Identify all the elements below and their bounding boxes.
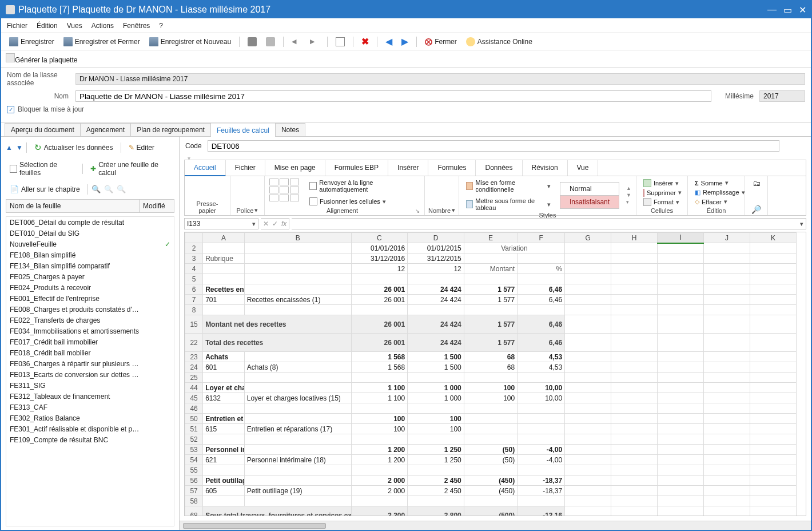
list-item[interactable]: FE025_Charges à payer [6,271,174,282]
ribbon-tab[interactable]: Données [476,160,522,176]
save-new-button[interactable]: Enregistrer et Nouveau [146,36,234,47]
table-row[interactable]: 8 [185,305,797,315]
styles-scroll-up-icon[interactable]: ▲ [626,185,631,191]
nombre-dropdown-icon[interactable] [452,207,455,214]
menu-edition[interactable]: Édition [37,22,58,30]
name-box[interactable]: I133 [184,218,258,229]
list-item[interactable]: FE018_Crédit bail mobilier [6,347,174,358]
delete-button[interactable]: ✖ [358,35,372,48]
delete-row-button[interactable]: Supprimer [641,188,683,197]
list-item[interactable]: FE008_Charges et produits constatés d'a… [6,304,174,315]
generate-button[interactable]: Générer la plaquette [6,53,77,64]
horizontal-scrollbar[interactable] [180,521,811,530]
merge-dropdown-icon[interactable] [383,198,386,205]
list-item[interactable]: DET010_Détail du SIG [6,228,174,239]
select-all-cell[interactable] [185,233,203,243]
format-as-table-button[interactable]: Mettre sous forme de tableau [464,197,553,212]
nav-next-button[interactable]: ▶ [398,35,412,48]
undo-button[interactable] [288,36,304,47]
formula-bar[interactable] [292,218,806,229]
insert-button[interactable]: Insérer [641,179,683,188]
conditional-format-button[interactable]: Mise en forme conditionnelle [464,179,553,193]
col-header[interactable]: B [244,233,351,243]
style-normal[interactable]: Normal [560,183,619,196]
col-header[interactable]: D [408,233,464,243]
col-header[interactable]: K [750,233,797,243]
zoom-fit-icon[interactable] [117,185,126,193]
save-button[interactable]: Enregistrer [6,36,58,47]
align-dialog-icon[interactable]: ↘ [415,208,420,214]
list-item[interactable]: FE108_Bilan simplifié [6,249,174,260]
zoom-out-icon[interactable] [104,185,113,193]
list-item[interactable]: FE302_Ratios Balance [6,413,174,423]
goto-chapter-button[interactable]: Aller sur le chapitre [6,183,84,196]
col-modified[interactable]: Modifié [140,200,174,212]
table-row[interactable]: 46 [185,403,797,414]
wrap-text-button[interactable]: Renvoyer à la ligne automatiquement [307,179,420,193]
move-down-icon[interactable] [16,144,23,152]
col-header[interactable]: H [611,233,658,243]
list-item[interactable]: FE034_Immobilisations et amortissements [6,326,174,336]
spreadsheet[interactable]: ABCDEFGHIJK201/01/201601/01/2015Variatio… [184,232,806,516]
col-header[interactable]: G [565,233,611,243]
col-header[interactable]: C [351,233,408,243]
clear-button[interactable]: ◇Effacer [692,197,740,206]
print-preview-button[interactable] [262,36,278,47]
col-header[interactable]: A [203,233,245,243]
save-close-button[interactable]: Enregistrer et Fermer [60,36,144,47]
namebox-dropdown-icon[interactable] [252,220,256,228]
copy-button[interactable] [332,36,348,47]
list-item[interactable]: FE001_Effectif de l'entreprise [6,293,174,304]
menu-actions[interactable]: Actions [91,22,114,30]
cell-styles-gallery[interactable]: Normal Insatisfaisant [560,182,619,209]
list-item[interactable]: NouvelleFeuille✓ [6,239,174,249]
tab-notes[interactable]: Notes [275,123,305,136]
table-row[interactable]: 58 [185,496,797,506]
table-row[interactable]: 51615Entretien et réparations (17)100100 [185,424,797,434]
close-doc-button[interactable]: ⨂Fermer [421,36,460,47]
table-row[interactable]: 6Recettes encaissées26 00124 4241 5776,4… [185,284,797,295]
list-item[interactable]: FE313_CAF [6,402,174,413]
list-item[interactable]: FE311_SIG [6,380,174,391]
splitter-handle[interactable]: ▾ [180,155,811,160]
table-row[interactable]: 55 [185,465,797,475]
minimize-icon[interactable]: — [767,5,777,15]
ribbon-tab[interactable]: Révision [523,160,568,176]
table-row[interactable]: 54621Personnel intérimaire (18)1 2001 25… [185,455,797,465]
lock-checkbox[interactable]: ✓ [7,106,14,113]
list-item[interactable]: FE013_Ecarts de conversion sur dettes et… [6,369,174,380]
list-item[interactable]: FE036_Charges à répartir sur plusieurs e… [6,358,174,369]
redo-button[interactable] [307,36,323,47]
police-dropdown-icon[interactable] [254,207,258,214]
menu-vues[interactable]: Vues [67,22,82,30]
ribbon-tab[interactable]: Mise en page [265,160,325,176]
create-sheet-button[interactable]: Créer une feuille de calcul [86,158,174,179]
select-sheets-button[interactable]: Sélection de feuilles [6,158,79,179]
style-bad[interactable]: Insatisfaisant [560,196,619,208]
assistance-button[interactable]: Assistance Online [463,36,536,47]
maximize-icon[interactable]: ▭ [783,5,792,15]
code-input[interactable] [208,140,779,152]
refresh-button[interactable]: Actualiser les données [30,140,117,155]
table-row[interactable]: 7701Recettes encaissées (1)26 00124 4241… [185,295,797,305]
fx-icon[interactable]: fx [281,220,286,228]
col-header[interactable]: J [704,233,750,243]
close-icon[interactable]: ✕ [799,5,806,15]
table-row[interactable]: 56Petit outillage2 0002 450(450)-18,37 [185,475,797,486]
ribbon-tab[interactable]: Insérer [388,160,428,176]
move-up-icon[interactable] [6,144,13,152]
col-header[interactable]: F [518,233,565,243]
find-icon[interactable]: 🔎 [751,205,761,214]
list-item[interactable]: FE022_Transferts de charges [6,315,174,326]
merge-cells-button[interactable]: Fusionner les cellules [307,197,420,206]
table-row[interactable]: 53Personnel intérimaire1 2001 250(50)-4,… [185,445,797,455]
accept-formula-icon[interactable]: ✓ [272,220,278,228]
print-button[interactable] [244,36,260,47]
list-item[interactable]: DET006_Détail du compte de résultat [6,217,174,228]
styles-more-icon[interactable]: ▾ [626,199,631,205]
ribbon-tab[interactable]: Accueil [185,160,226,176]
table-row[interactable]: 15Montant net des recettes26 00124 4241 … [185,315,797,334]
fill-button[interactable]: ◧Remplissage [692,188,740,197]
table-row[interactable]: 44Loyer et charges locatives1 1001 00010… [185,383,797,393]
table-row[interactable]: 68Sous total travaux, fournitures et ser… [185,506,797,517]
